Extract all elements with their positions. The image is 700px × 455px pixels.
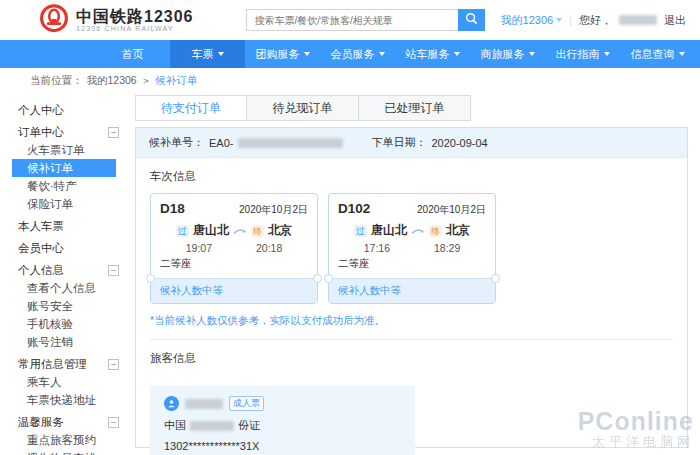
sidebar-label: 餐饮·特产: [27, 179, 77, 193]
from-station: 唐山北: [371, 222, 407, 239]
sidebar-label: 遗失物品查找: [27, 451, 96, 455]
sidebar-item-lost-items[interactable]: 遗失物品查找: [18, 449, 125, 455]
sidebar-item-common-info[interactable]: 常用信息管理: [18, 355, 125, 373]
travel-date: 2020年10月2日: [239, 203, 308, 217]
breadcrumb: 当前位置： 我的12306 ＞ 候补订单: [0, 68, 700, 91]
main-content: 待支付订单 待兑现订单 已处理订单 候补单号： EA0- 下单日期： 2020-…: [125, 91, 700, 448]
chevron-down-icon: [218, 52, 224, 56]
nav-membership[interactable]: 会员服务: [320, 40, 395, 68]
order-number-prefix: EA0-: [209, 137, 233, 149]
sidebar-label: 温馨服务: [18, 415, 64, 429]
sidebar-item-delivery-address[interactable]: 车票快递地址: [18, 391, 125, 409]
sidebar-item-personal-center[interactable]: 个人中心: [18, 101, 125, 119]
travel-date: 2020年10月2日: [417, 203, 486, 217]
to-station: 北京: [268, 222, 292, 239]
nav-home[interactable]: 首页: [95, 40, 170, 68]
chevron-down-icon: [454, 52, 460, 56]
sidebar-item-view-personal-info[interactable]: 查看个人信息: [18, 279, 125, 297]
to-station: 北京: [446, 222, 470, 239]
breadcrumb-parent-link[interactable]: 我的12306: [87, 74, 137, 88]
nav-business-travel[interactable]: 商旅服务: [470, 40, 545, 68]
chevron-down-icon: [556, 18, 562, 22]
collapse-toggle-icon[interactable]: [108, 417, 119, 428]
nav-tickets[interactable]: 车票: [170, 40, 245, 68]
sidebar-item-passengers[interactable]: 乘车人: [18, 373, 125, 391]
depart-time: 17:16: [364, 242, 390, 254]
nav-travel-guide[interactable]: 出行指南: [545, 40, 620, 68]
page-body: 个人中心 订单中心 火车票订单 候补订单 餐饮·特产 保险订单 本人车票 会员中…: [0, 91, 700, 455]
passenger-name-row: 成人票: [164, 396, 401, 411]
logo-text: 中国铁路12306 12306 CHINA RAILWAY: [76, 8, 194, 32]
order-panel: 候补单号： EA0- 下单日期： 2020-09-04 车次信息 D18 202…: [135, 127, 688, 448]
sidebar-label: 账号注销: [27, 335, 73, 349]
sidebar-item-key-passenger-booking[interactable]: 重点旅客预约: [18, 431, 125, 449]
sidebar-item-member-center[interactable]: 会员中心: [18, 239, 125, 257]
redacted-username: [619, 15, 657, 25]
sidebar-label: 车票快递地址: [27, 393, 96, 407]
sidebar-item-account-security[interactable]: 账号安全: [18, 297, 125, 315]
sidebar-item-personal-info[interactable]: 个人信息: [18, 261, 125, 279]
logo[interactable]: 中国铁路12306 12306 CHINA RAILWAY: [38, 3, 194, 38]
passenger-card: 成人票 中国 份证 1302************31X: [150, 386, 415, 455]
order-number-label: 候补单号：: [149, 135, 204, 150]
chevron-down-icon: [304, 52, 310, 56]
sidebar-label: 本人车票: [18, 219, 64, 233]
arrive-time: 18:29: [434, 242, 460, 254]
my-12306-menu[interactable]: 我的12306: [501, 13, 563, 28]
sidebar-item-order-center[interactable]: 订单中心: [18, 123, 125, 141]
chevron-down-icon: [379, 52, 385, 56]
order-header: 候补单号： EA0- 下单日期： 2020-09-04: [136, 128, 687, 158]
sidebar-label: 会员中心: [18, 241, 64, 255]
sidebar-item-dining-specialty[interactable]: 餐饮·特产: [18, 177, 125, 195]
nav-label: 信息查询: [631, 47, 675, 62]
waitlist-queue-status: 候补人数中等: [329, 278, 495, 303]
user-area: 我的12306 | 您好， 退出: [501, 13, 686, 28]
waitlist-queue-status: 候补人数中等: [151, 278, 317, 303]
tab-processed[interactable]: 已处理订单: [359, 95, 471, 121]
sidebar-label: 火车票订单: [27, 143, 85, 157]
sidebar-item-account-cancellation[interactable]: 账号注销: [18, 333, 125, 351]
sidebar-label: 账号安全: [27, 299, 73, 313]
collapse-toggle-icon[interactable]: [108, 127, 119, 138]
logout-link[interactable]: 退出: [664, 13, 686, 28]
sidebar-item-train-ticket-orders[interactable]: 火车票订单: [18, 141, 125, 159]
nav-group-purchase[interactable]: 团购服务: [245, 40, 320, 68]
passenger-info-title: 旅客信息: [150, 351, 687, 366]
logo-title: 中国铁路12306: [76, 8, 194, 25]
nav-label: 首页: [122, 47, 144, 62]
terminal-station-tag: 终: [429, 225, 442, 237]
my-12306-label: 我的12306: [501, 13, 554, 28]
breadcrumb-prefix: 当前位置：: [30, 74, 83, 88]
search-input[interactable]: [246, 9, 458, 31]
route-arrow-icon: [233, 224, 247, 238]
logo-subtitle: 12306 CHINA RAILWAY: [76, 25, 194, 32]
pass-station-tag: 过: [176, 225, 189, 237]
nav-label: 出行指南: [556, 47, 600, 62]
collapse-toggle-icon[interactable]: [108, 359, 119, 370]
sidebar-label: 重点旅客预约: [27, 433, 96, 447]
sidebar-item-my-tickets[interactable]: 本人车票: [18, 217, 125, 235]
breadcrumb-separator: ＞: [141, 74, 152, 88]
collapse-toggle-icon[interactable]: [108, 265, 119, 276]
tab-pending-fulfillment[interactable]: 待兑现订单: [247, 95, 359, 121]
nav-label: 车票: [192, 47, 214, 62]
route: 过 唐山北 终 北京: [329, 218, 495, 240]
divider: [150, 339, 673, 340]
redacted-order-number: [238, 138, 343, 148]
greeting-text: 您好，: [579, 13, 612, 28]
main-nav: 首页 车票 团购服务 会员服务 站车服务 商旅服务 出行指南 信息查询: [0, 40, 700, 68]
id-number: 1302************31X: [164, 440, 259, 452]
sidebar-item-waitlist-orders[interactable]: 候补订单: [12, 159, 116, 177]
chevron-down-icon: [604, 52, 610, 56]
sidebar-item-insurance-orders[interactable]: 保险订单: [18, 195, 125, 213]
breadcrumb-current: 候补订单: [155, 74, 197, 88]
tab-pending-payment[interactable]: 待支付订单: [135, 95, 247, 121]
train-number: D102: [338, 201, 370, 216]
nav-info-query[interactable]: 信息查询: [620, 40, 695, 68]
sidebar-item-phone-verification[interactable]: 手机核验: [18, 315, 125, 333]
sidebar-item-warm-service[interactable]: 温馨服务: [18, 413, 125, 431]
id-type-suffix: 份证: [238, 418, 260, 433]
nav-label: 团购服务: [256, 47, 300, 62]
nav-station-service[interactable]: 站车服务: [395, 40, 470, 68]
search-button[interactable]: [458, 9, 485, 31]
